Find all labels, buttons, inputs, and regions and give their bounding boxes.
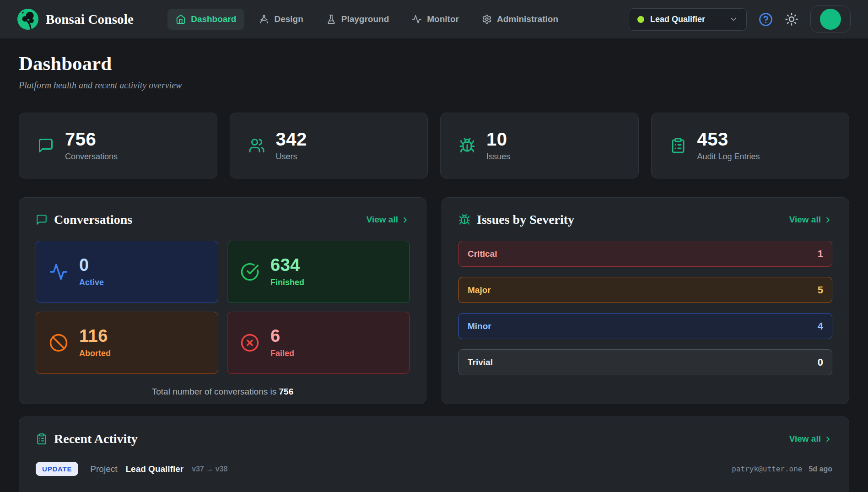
stat-card-users: 342 Users xyxy=(230,113,428,178)
severity-label: Critical xyxy=(468,249,497,259)
stat-label: Audit Log Entries xyxy=(697,152,760,162)
panel-title: Conversations xyxy=(54,212,132,227)
message-square-icon xyxy=(36,214,48,226)
severity-count: 4 xyxy=(818,320,823,332)
nav-item-playground[interactable]: Playground xyxy=(318,9,398,30)
nav-item-dashboard[interactable]: Dashboard xyxy=(167,9,244,30)
conv-card-value: 116 xyxy=(79,327,111,346)
stat-card-conversations: 756 Conversations xyxy=(19,113,217,178)
conversations-failed-card[interactable]: 6 Failed xyxy=(227,312,410,374)
stat-label: Issues xyxy=(486,152,510,162)
nav-item-design[interactable]: Design xyxy=(251,9,311,30)
check-circle-icon xyxy=(240,262,259,281)
stat-value: 453 xyxy=(697,130,760,149)
severity-count: 1 xyxy=(818,248,823,260)
view-all-label: View all xyxy=(789,434,821,444)
nav-item-label: Design xyxy=(274,14,303,24)
conv-card-label: Active xyxy=(79,278,104,287)
nav-item-administration[interactable]: Administration xyxy=(474,9,566,30)
view-all-label: View all xyxy=(367,215,398,225)
issues-panel-header: Issues by Severity View all xyxy=(458,212,832,227)
activity-project-name: Lead Qualifier xyxy=(126,464,184,474)
stat-value: 342 xyxy=(276,130,307,149)
activity-badge: UPDATE xyxy=(36,462,78,476)
stats-row: 756 Conversations 342 Users 10 Issues 45… xyxy=(19,113,849,178)
conversations-total-text: Total number of conversations is 756 xyxy=(36,387,410,397)
clipboard-list-icon xyxy=(36,433,48,445)
conversations-total-prefix: Total number of conversations is xyxy=(152,387,279,396)
chevron-right-icon xyxy=(824,435,832,443)
severity-count: 5 xyxy=(818,284,823,296)
conversations-aborted-card[interactable]: 116 Aborted xyxy=(36,312,218,374)
top-bar: Bonsai Console Dashboard Design Playgrou… xyxy=(0,0,868,38)
nav-item-monitor[interactable]: Monitor xyxy=(404,9,467,30)
severity-label: Minor xyxy=(468,321,491,331)
conv-card-label: Failed xyxy=(270,349,294,358)
severity-label: Major xyxy=(468,285,491,295)
conv-card-value: 6 xyxy=(270,327,294,346)
nav-item-label: Monitor xyxy=(427,14,459,24)
project-selector[interactable]: Lead Qualifier xyxy=(629,8,747,31)
clipboard-list-icon xyxy=(670,137,686,154)
severity-list: Critical 1 Major 5 Minor 4 Trivial 0 xyxy=(458,241,832,375)
activity-icon xyxy=(412,14,422,24)
activity-icon xyxy=(49,262,68,281)
bonsai-logo-icon xyxy=(17,9,38,30)
severity-row-trivial[interactable]: Trivial 0 xyxy=(458,349,832,375)
nav-item-label: Playground xyxy=(341,14,389,24)
ban-icon xyxy=(49,333,68,352)
severity-row-critical[interactable]: Critical 1 xyxy=(458,241,832,267)
view-all-label: View all xyxy=(789,215,821,225)
conversations-view-all-link[interactable]: View all xyxy=(367,215,410,225)
main-nav: Dashboard Design Playground Monitor Admi… xyxy=(167,9,566,30)
severity-label: Trivial xyxy=(468,357,493,368)
stat-value: 756 xyxy=(65,130,118,149)
flask-icon xyxy=(326,14,336,24)
chevron-right-icon xyxy=(824,216,832,224)
nav-item-label: Dashboard xyxy=(191,14,236,24)
panel-title: Recent Activity xyxy=(54,432,138,446)
home-icon xyxy=(176,14,186,24)
severity-row-major[interactable]: Major 5 xyxy=(458,277,832,303)
user-menu-button[interactable] xyxy=(810,5,851,33)
page-subtitle: Platform health and recent activity over… xyxy=(19,80,849,91)
project-selector-value: Lead Qualifier xyxy=(650,15,723,24)
theme-toggle-button[interactable] xyxy=(785,12,798,26)
activity-view-all-link[interactable]: View all xyxy=(789,434,832,444)
issues-view-all-link[interactable]: View all xyxy=(789,215,832,225)
sun-icon xyxy=(785,12,798,26)
stat-label: Users xyxy=(276,152,307,162)
recent-activity-header: Recent Activity View all xyxy=(36,432,832,446)
activity-timestamp: 5d ago xyxy=(809,465,832,473)
stat-card-audit-log: 453 Audit Log Entries xyxy=(651,113,850,178)
bug-icon xyxy=(458,214,470,226)
conversations-finished-card[interactable]: 634 Finished xyxy=(227,241,410,303)
x-circle-icon xyxy=(240,333,259,352)
conversation-status-grid: 0 Active 634 Finished 116 Aborted xyxy=(36,241,410,374)
stat-card-issues: 10 Issues xyxy=(440,113,639,178)
activity-row[interactable]: UPDATE Project Lead Qualifier v37 → v38 … xyxy=(36,462,832,476)
conv-card-value: 634 xyxy=(270,256,304,275)
chevron-down-icon xyxy=(729,15,738,24)
activity-meta: patryk@utter.one 5d ago xyxy=(732,465,832,473)
avatar xyxy=(820,9,841,30)
conversations-active-card[interactable]: 0 Active xyxy=(36,241,218,303)
activity-version-change: v37 → v38 xyxy=(192,465,227,473)
issues-by-severity-panel: Issues by Severity View all Critical 1 M… xyxy=(442,197,849,404)
users-icon xyxy=(248,137,265,154)
page-title: Dashboard xyxy=(19,52,849,75)
conv-card-label: Aborted xyxy=(79,349,111,358)
nav-item-label: Administration xyxy=(497,14,558,24)
panel-title: Issues by Severity xyxy=(477,212,574,227)
conv-card-value: 0 xyxy=(79,256,104,275)
activity-entity: Project xyxy=(90,464,117,474)
severity-count: 0 xyxy=(818,357,823,368)
help-button[interactable] xyxy=(759,12,773,27)
message-square-icon xyxy=(38,137,54,154)
brand: Bonsai Console xyxy=(17,9,134,30)
activity-user: patryk@utter.one xyxy=(732,465,802,473)
main-content: Dashboard Platform health and recent act… xyxy=(0,38,868,492)
severity-row-minor[interactable]: Minor 4 xyxy=(458,313,832,339)
chevron-right-icon xyxy=(401,216,410,224)
conv-card-label: Finished xyxy=(270,278,304,287)
